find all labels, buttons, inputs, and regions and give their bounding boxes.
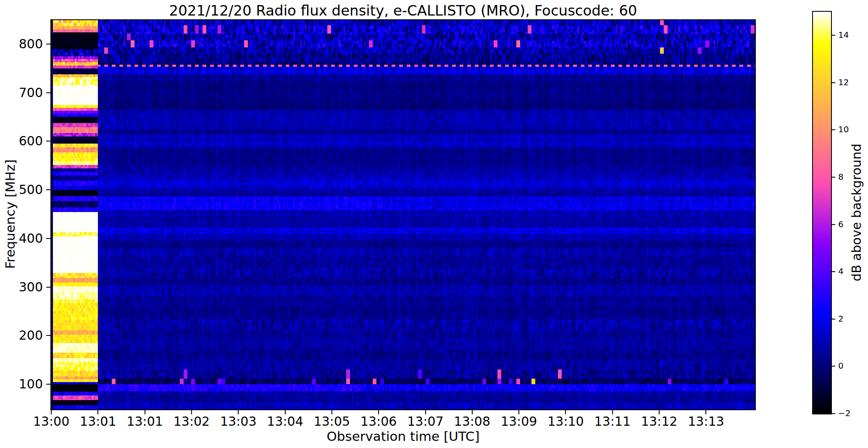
colorbar-tick-label: 14 xyxy=(838,30,849,40)
colorbar-tick-label: 12 xyxy=(838,77,849,87)
colorbar-tick-mark xyxy=(832,366,835,367)
y-tick-mark xyxy=(46,141,50,141)
colorbar-tick-mark xyxy=(832,129,835,130)
colorbar-tick-label: 4 xyxy=(838,266,844,276)
x-tick-label: 13:12 xyxy=(641,414,677,429)
colorbar-label: dB above background xyxy=(849,144,864,281)
x-tick-label: 13:02 xyxy=(174,414,210,429)
y-axis-label: Frequency [MHz] xyxy=(3,160,18,269)
y-tick-label: 800 xyxy=(0,37,43,51)
chart-title: 2021/12/20 Radio flux density, e-CALLIST… xyxy=(51,2,755,19)
x-tick-label: 13:04 xyxy=(267,414,303,429)
x-axis-label: Observation time [UTC] xyxy=(51,429,755,444)
x-tick-label: 13:09 xyxy=(501,414,537,429)
x-tick-label: 13:01 xyxy=(126,414,163,429)
colorbar-tick-label: 0 xyxy=(838,361,844,371)
colorbar-tick-label: 8 xyxy=(838,172,844,182)
y-tick-mark xyxy=(46,189,50,190)
y-tick-mark xyxy=(46,44,50,45)
colorbar-tick-mark xyxy=(832,35,835,36)
colorbar-tick-label: 10 xyxy=(838,124,849,134)
x-tick-label: 13:13 xyxy=(688,414,724,429)
colorbar-tick-mark xyxy=(832,319,835,320)
x-tick-label: 13:00 xyxy=(33,414,69,429)
x-tick-label: 13:06 xyxy=(360,414,397,429)
colorbar-tick-mark xyxy=(832,271,835,272)
y-tick-label: 200 xyxy=(0,328,43,343)
colorbar-frame xyxy=(812,11,832,414)
x-tick-label: 13:10 xyxy=(547,414,584,429)
x-tick-label: 13:08 xyxy=(454,414,490,429)
y-tick-mark xyxy=(46,92,50,93)
colorbar-tick-label: 6 xyxy=(838,219,844,229)
colorbar-gradient xyxy=(813,12,831,414)
x-tick-label: 13:05 xyxy=(314,414,350,429)
colorbar-tick-mark xyxy=(832,224,835,225)
y-tick-mark xyxy=(46,238,50,239)
y-tick-mark xyxy=(46,335,50,336)
x-tick-label: 13:01 xyxy=(80,414,116,429)
y-tick-mark xyxy=(46,384,50,385)
colorbar-tick-label: −2 xyxy=(838,408,850,418)
plot-frame xyxy=(50,19,756,410)
y-tick-label: 100 xyxy=(0,377,43,391)
y-tick-mark xyxy=(46,287,50,288)
colorbar-tick-mark xyxy=(832,82,835,83)
x-tick-label: 13:07 xyxy=(407,414,443,429)
colorbar-tick-mark xyxy=(832,177,835,178)
y-tick-label: 300 xyxy=(0,280,43,294)
spectrogram-heatmap xyxy=(51,20,755,409)
colorbar-tick-label: 2 xyxy=(838,314,844,324)
y-tick-label: 700 xyxy=(0,85,43,100)
x-tick-label: 13:11 xyxy=(594,414,631,429)
spectrogram-figure: 2021/12/20 Radio flux density, e-CALLIST… xyxy=(0,0,868,448)
x-tick-label: 13:03 xyxy=(220,414,256,429)
y-tick-label: 600 xyxy=(0,134,43,148)
colorbar-tick-mark xyxy=(832,413,835,414)
